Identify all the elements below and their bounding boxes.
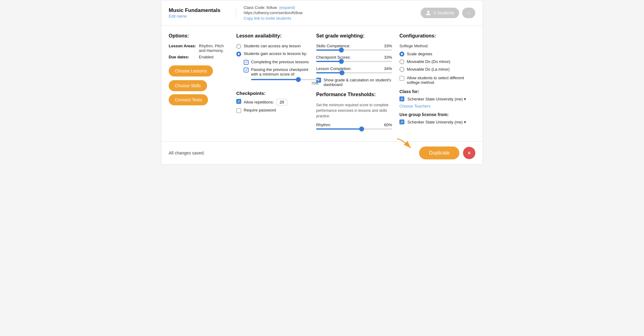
skills-thumb[interactable] [339,48,344,53]
passing-label: Passing the previous checkpoint with a m… [251,67,309,76]
lesson-track [316,72,392,73]
repetitions-row: Allow repetitions: [244,99,287,105]
allow-solfege-checkbox[interactable] [399,76,404,81]
solfege-moveable-do-circle[interactable] [399,59,404,64]
rhythm-thumb[interactable] [359,127,364,131]
performance-thresholds-title: Performance Thresholds: [316,92,392,97]
checkpoints-title: Checkpoints: [236,91,309,96]
rhythm-track [316,128,392,130]
choose-skills-button[interactable]: Choose Skills [169,80,207,91]
completing-label: Completing the previous lessons [251,60,309,64]
passing-checkbox-box[interactable] [244,68,249,72]
copy-link[interactable]: Copy link to invite students [244,16,291,21]
solfege-moveable-do[interactable]: Moveable Do (Do minor) [399,59,475,64]
connect-tests-button[interactable]: Connect Tests [169,94,208,105]
solfege-scale-degrees-circle[interactable] [399,52,404,57]
use-group-value[interactable]: Schenker State University (me) ▾ [407,120,466,124]
checkpoint-fill [316,61,341,62]
expand-link[interactable]: (expand) [279,5,295,10]
skills-label: Skills Competence: [316,44,350,48]
solfege-method-label: Solfege Method: [399,44,475,48]
min-score-fill [251,79,298,80]
action-buttons: Choose Lessons Choose Skills [169,65,229,91]
lesson-availability-column: Lesson availability: Students can access… [236,33,316,134]
completing-checkbox[interactable]: Completing the previous lessons [244,60,309,65]
require-password-label: Require password [244,108,276,112]
rhythm-slider-row: Rhythm: 60% [316,123,392,130]
solfege-moveable-la-circle[interactable] [399,67,404,72]
radio-any-lesson-circle[interactable] [236,44,241,49]
configurations-column: Configurations: Solfege Method: Scale de… [399,33,475,134]
lesson-areas-label: Lesson Areas: [169,44,196,53]
repetitions-input[interactable] [276,99,287,105]
require-password-checkbox[interactable]: Require password [236,108,309,113]
solfege-scale-degrees-label: Scale degrees [407,52,432,56]
sub-checkboxes: Completing the previous lessons Passing … [244,60,309,86]
show-grade-checkbox[interactable]: ✓ [316,78,321,83]
header-middle: Class Code: fs9uw (expand) https://utheo… [244,5,421,21]
radio-any-lesson-label: Students can access any lesson [244,44,301,48]
use-group-title: Use group license from: [399,112,475,117]
due-dates-row: Due dates: Enabled [169,55,229,59]
allow-rep-label: Allow repetitions: [244,100,274,104]
more-button[interactable]: ··· [462,8,475,18]
class-for-row: ✓ Schenker State University (me) ▾ [399,96,475,101]
checkpoint-slider-row: Checkpoint Scores: 33% [316,55,392,62]
header-left: Music Fundamentals Edit name [169,7,236,18]
page-header: Music Fundamentals Edit name Class Code:… [161,0,483,26]
duplicate-button[interactable]: Duplicate [419,147,459,159]
checkpoint-slider-label: Checkpoint Scores: 33% [316,55,392,60]
allow-solfege-row[interactable]: Allow students to select different solfe… [399,76,475,85]
rhythm-fill [316,128,362,130]
min-score-thumb[interactable] [296,77,301,82]
class-for-value[interactable]: Schenker State University (me) ▾ [407,97,466,101]
page-title: Music Fundamentals [169,7,229,14]
passing-checkbox[interactable]: Passing the previous checkpoint with a m… [244,67,309,76]
skills-slider-row: Skills Competence: 33% [316,44,392,51]
choose-lessons-button[interactable]: Choose Lessons [169,65,213,76]
footer-right: Duplicate × [419,147,475,159]
solfege-scale-degrees[interactable]: Scale degrees [399,51,475,57]
radio-gain-access[interactable]: Students gain access to lessons by: [236,51,309,57]
checkpoint-value: 33% [384,55,392,60]
allow-rep-checkbox[interactable]: ✓ Allow repetitions: [236,99,309,105]
solfege-moveable-la[interactable]: Moveable Do (La minor) [399,67,475,72]
show-grade-row[interactable]: ✓ Show grade & calculation on student's … [316,78,392,87]
use-group-checkbox[interactable]: ✓ [399,119,404,124]
person-icon [426,10,431,16]
class-for-title: Class for: [399,89,475,94]
class-for-checkbox[interactable]: ✓ [399,96,404,101]
radio-any-lesson[interactable]: Students can access any lesson [236,44,309,49]
lesson-radio-group: Students can access any lesson Students … [236,44,309,57]
performance-desc: Set the minimum required score to comple… [316,102,392,119]
checkpoint-label: Checkpoint Scores: [316,55,351,60]
radio-gain-access-circle[interactable] [236,52,241,57]
lesson-thumb[interactable] [340,70,344,75]
completing-checkbox-box[interactable] [244,60,249,65]
arrow-indicator [395,137,420,153]
lesson-fill [316,72,342,73]
allow-rep-checkbox-box[interactable]: ✓ [236,99,241,104]
options-title: Options: [169,33,229,39]
grade-weighting-column: Set grade weighting: Skills Competence: … [316,33,399,134]
lesson-completion-value: 34% [384,66,392,71]
lesson-availability-title: Lesson availability: [236,33,309,39]
close-button[interactable]: × [463,147,475,159]
min-score-slider[interactable]: 70% [251,79,309,86]
edit-name-link[interactable]: Edit name [169,14,187,18]
students-button[interactable]: 0 Students [421,8,459,18]
use-group-row: ✓ Schenker State University (me) ▾ [399,119,475,124]
checkpoint-track [316,61,392,62]
students-count: 0 Students [434,10,454,15]
choose-teachers-link[interactable]: Choose Teachers [399,104,475,108]
due-dates-value: Enabled [199,55,214,59]
class-url: https://utheory.com/section/fs9uw [244,10,421,15]
checkpoint-thumb[interactable] [339,59,344,64]
lesson-slider-label: Lesson Completion: 34% [316,66,392,71]
save-status: All changes saved. [169,150,205,155]
skills-track [316,49,392,51]
solfege-radio-group: Scale degrees Moveable Do (Do minor) Mov… [399,51,475,72]
lesson-areas-value: Rhythm, Pitch and Harmony, [199,44,229,53]
class-code-text: Class Code: fs9uw [244,5,277,10]
require-password-box[interactable] [236,108,241,113]
